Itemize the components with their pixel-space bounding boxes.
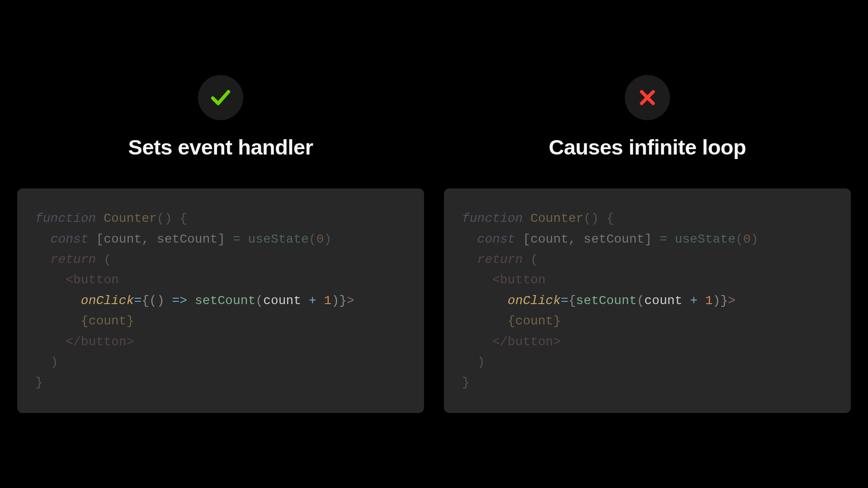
check-icon-circle [198,75,243,120]
comparison-container: Sets event handler function Counter() { … [0,75,868,413]
bad-example-title: Causes infinite loop [549,135,746,160]
good-example-code: function Counter() { const [count, setCo… [17,188,424,413]
cross-icon-circle [625,75,670,120]
check-icon [209,86,232,109]
good-example-title: Sets event handler [128,135,313,160]
good-example-panel: Sets event handler function Counter() { … [17,75,424,413]
bad-example-code: function Counter() { const [count, setCo… [444,188,851,413]
cross-icon [637,88,657,108]
bad-example-panel: Causes infinite loop function Counter() … [444,75,851,413]
